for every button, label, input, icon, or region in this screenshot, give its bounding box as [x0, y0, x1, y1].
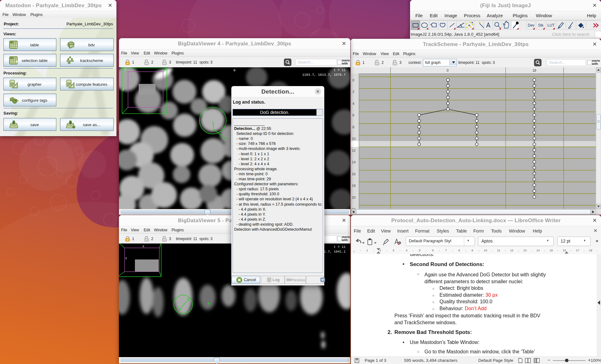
svg-text:17: 17 [576, 249, 579, 252]
svg-text:18: 18 [532, 69, 536, 72]
svg-text:z: z [125, 68, 126, 71]
svg-text:5: 5 [419, 249, 420, 252]
svg-text:14: 14 [352, 160, 356, 164]
svg-text:11: 11 [497, 249, 500, 252]
svg-text:13: 13 [523, 249, 527, 252]
svg-text:6: 6 [352, 113, 354, 117]
svg-text:t = 11: t = 11 [334, 68, 346, 72]
svg-text:1.7, 1041.1: 1.7, 1041.1 [324, 250, 346, 254]
svg-text:9: 9 [471, 249, 473, 252]
svg-text:16: 16 [352, 172, 356, 176]
svg-text:6: 6 [432, 249, 434, 252]
svg-text:1103.7, 1013.7, 1078.7: 1103.7, 1013.7, 1078.7 [302, 73, 346, 77]
svg-text:14: 14 [537, 249, 540, 252]
svg-text:4: 4 [406, 249, 407, 252]
svg-text:z: z [125, 257, 127, 260]
svg-text:8: 8 [352, 125, 354, 129]
svg-text:12: 12 [510, 249, 514, 252]
svg-text:0: 0 [234, 69, 235, 72]
svg-text:LUT: LUT [547, 23, 555, 28]
svg-text:8: 8 [458, 249, 460, 252]
svg-text:4: 4 [352, 102, 354, 105]
svg-text:18: 18 [352, 184, 356, 187]
svg-text:Stk: Stk [538, 23, 544, 28]
svg-text:2: 2 [379, 249, 381, 252]
svg-text:t = 11: t = 11 [334, 245, 346, 249]
svg-text:16: 16 [563, 249, 566, 252]
svg-text:Dev: Dev [528, 23, 534, 28]
svg-text:0: 0 [447, 69, 449, 72]
svg-text:18: 18 [589, 249, 593, 252]
svg-text:x: x [142, 245, 144, 248]
svg-text:10: 10 [484, 249, 487, 252]
svg-text:12: 12 [352, 149, 356, 152]
svg-text:10: 10 [352, 137, 356, 141]
svg-text:2: 2 [352, 90, 354, 94]
svg-text:15: 15 [550, 249, 553, 252]
svg-text:3: 3 [393, 249, 394, 252]
svg-text:7: 7 [445, 249, 447, 252]
svg-text:0: 0 [352, 78, 354, 82]
svg-text:20: 20 [352, 196, 356, 199]
svg-text:1: 1 [366, 249, 368, 252]
svg-text:y: y [122, 88, 124, 91]
